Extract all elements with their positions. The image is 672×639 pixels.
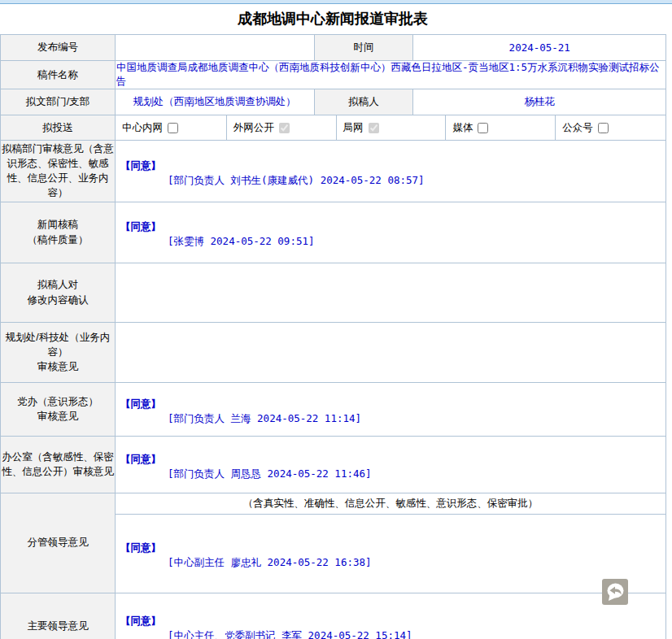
drafter-confirm-content (116, 263, 666, 322)
office-review-label: 办公室（含敏感性、保密性、信息公开）审核意见 (1, 436, 116, 493)
channel-intranet-checkbox[interactable] (168, 123, 178, 133)
vice-leader-label: 分管领导意见 (1, 493, 116, 593)
channel-wechat: 公众号 (555, 115, 665, 140)
news-check-approval: 【同意】 (120, 220, 662, 233)
drafter-label: 拟稿人 (314, 89, 413, 115)
channel-bureau-net-checkbox (369, 123, 379, 133)
channels-label: 拟投送 (1, 115, 116, 141)
channel-bureau-net-label: 局网 (343, 121, 364, 135)
dept-label: 拟文部门/支部 (1, 89, 116, 115)
party-review-approval: 【同意】 (120, 397, 662, 411)
draft-title-value[interactable]: 中国地质调查局成都地质调查中心（西南地质科技创新中心）西藏色日拉地区-贡当地区1… (116, 61, 660, 87)
channel-intranet: 中心内网 (116, 115, 226, 140)
time-value: 2024-05-21 (412, 35, 665, 60)
party-review-signer: [部门负责人 兰海 2024-05-22 11:14] (120, 411, 662, 425)
news-check-signer: [张雯博 2024-05-22 09:51] (120, 234, 662, 248)
dept-value: 规划处（西南地区地质调查协调处） (116, 89, 314, 115)
release-no-label: 发布编号 (1, 35, 116, 61)
vice-leader-note: （含真实性、准确性、信息公开、敏感性、意识形态、保密审批） (116, 493, 666, 514)
dept-review-approval: 【同意】 (120, 159, 662, 172)
news-check-label: 新闻核稿 （稿件质量） (1, 202, 116, 263)
reply-bubble-button[interactable] (602, 579, 628, 605)
page-title: 成都地调中心新闻报道审批表 (0, 4, 665, 34)
dept-review-signer: [部门负责人 刘书生(康建威代) 2024-05-22 08:57] (120, 173, 662, 187)
planning-review-content (116, 322, 666, 382)
main-leader-label: 主要领导意见 (1, 593, 116, 639)
channel-extranet-checkbox (279, 123, 290, 133)
channel-extranet-label: 外网公开 (233, 121, 274, 135)
vice-leader-signer: [中心副主任 廖忠礼 2024-05-22 16:38] (120, 555, 662, 569)
planning-review-label: 规划处/科技处（业务内容） 审核意见 (1, 322, 116, 382)
time-label: 时间 (314, 35, 413, 60)
draft-title-label: 稿件名称 (1, 61, 116, 89)
office-review-approval: 【同意】 (120, 452, 662, 466)
approval-form-table: 发布编号 时间 2024-05-21 稿件名称 中国地质调查局成都地质调查中心（… (0, 34, 666, 639)
drafter-confirm-label: 拟稿人对 修改内容确认 (1, 263, 116, 322)
channel-bureau-net: 局网 (336, 115, 446, 140)
release-no-value (116, 35, 314, 60)
channel-intranet-label: 中心内网 (122, 121, 163, 135)
office-review-signer: [部门负责人 周恳恳 2024-05-22 11:46] (120, 467, 662, 480)
main-leader-signer: [中心主任、党委副书记 李军 2024-05-22 15:14] (120, 628, 662, 639)
channel-media-label: 媒体 (452, 121, 473, 135)
channel-wechat-label: 公众号 (562, 121, 593, 135)
reply-bubble-icon (602, 579, 628, 605)
channel-extranet: 外网公开 (226, 115, 336, 140)
channel-wechat-checkbox[interactable] (598, 123, 609, 133)
channel-media: 媒体 (445, 115, 555, 140)
drafter-value: 杨桂花 (412, 89, 665, 115)
vice-leader-approval: 【同意】 (120, 541, 662, 554)
channel-media-checkbox[interactable] (478, 123, 488, 133)
dept-review-label: 拟稿部门审核意见（含意识形态、保密性、敏感性、信息公开、业务内容） (1, 141, 116, 202)
main-leader-approval: 【同意】 (120, 614, 662, 628)
party-review-label: 党办（意识形态） 审核意见 (1, 382, 116, 436)
